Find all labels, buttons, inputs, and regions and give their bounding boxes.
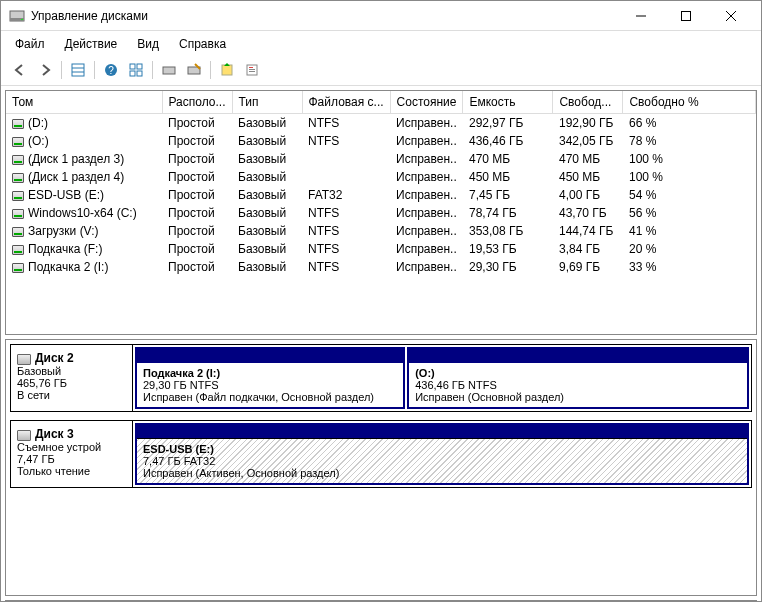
svg-point-2 — [21, 18, 23, 20]
menu-view[interactable]: Вид — [131, 35, 165, 53]
help-button[interactable]: ? — [100, 59, 122, 81]
volume-table: Том Располо... Тип Файловая с... Состоян… — [6, 91, 756, 276]
disk-settings-button[interactable] — [183, 59, 205, 81]
partition[interactable]: ESD-USB (E:) 7,47 ГБ FAT32 Исправен (Акт… — [135, 423, 749, 485]
col-fs[interactable]: Файловая с... — [302, 91, 390, 114]
table-row[interactable]: (Диск 1 раздел 4)ПростойБазовыйИсправен.… — [6, 168, 756, 186]
table-row[interactable]: Подкачка (F:)ПростойБазовыйNTFSИсправен.… — [6, 240, 756, 258]
svg-rect-4 — [681, 11, 690, 20]
table-row[interactable]: (O:)ПростойБазовыйNTFSИсправен..436,46 Г… — [6, 132, 756, 150]
svg-text:?: ? — [108, 65, 114, 76]
view-list-button[interactable] — [67, 59, 89, 81]
col-pctfree[interactable]: Свободно % — [623, 91, 756, 114]
disk-icon — [17, 354, 31, 365]
toolbar: ? — [1, 57, 761, 86]
partition[interactable]: Подкачка 2 (I:) 29,30 ГБ NTFS Исправен (… — [135, 347, 405, 409]
svg-rect-15 — [137, 71, 142, 76]
menu-action[interactable]: Действие — [59, 35, 124, 53]
partition-size: 29,30 ГБ NTFS — [143, 379, 397, 391]
titlebar[interactable]: Управление дисками — [1, 1, 761, 31]
disk-label[interactable]: Диск 3 Съемное устрой 7,47 ГБ Только чте… — [11, 421, 133, 487]
volume-icon — [12, 263, 24, 273]
svg-rect-13 — [137, 64, 142, 69]
properties-button[interactable] — [241, 59, 263, 81]
partition-strip — [137, 349, 403, 363]
disk-map-pane[interactable]: Диск 2 Базовый 465,76 ГБ В сети Подкачка… — [5, 339, 757, 596]
partition-status: Исправен (Активен, Основной раздел) — [143, 467, 741, 479]
partition-strip — [409, 349, 747, 363]
svg-rect-16 — [163, 67, 175, 74]
table-row[interactable]: (D:)ПростойБазовыйNTFSИсправен..292,97 Г… — [6, 114, 756, 133]
separator — [210, 61, 211, 79]
disk-name: Диск 3 — [35, 427, 74, 441]
menu-file[interactable]: Файл — [9, 35, 51, 53]
window-title: Управление дисками — [31, 9, 618, 23]
col-type[interactable]: Тип — [232, 91, 302, 114]
partition-title: Подкачка 2 (I:) — [143, 367, 397, 379]
disk-size: 465,76 ГБ — [17, 377, 67, 389]
disk-row-3[interactable]: Диск 3 Съемное устрой 7,47 ГБ Только чте… — [10, 420, 752, 488]
svg-rect-14 — [130, 71, 135, 76]
disk-status: В сети — [17, 389, 50, 401]
col-capacity[interactable]: Емкость — [463, 91, 553, 114]
volume-icon — [12, 119, 24, 129]
disk-icon — [17, 430, 31, 441]
disk-type: Базовый — [17, 365, 61, 377]
close-button[interactable] — [708, 2, 753, 30]
disk-row-2[interactable]: Диск 2 Базовый 465,76 ГБ В сети Подкачка… — [10, 344, 752, 412]
separator — [94, 61, 95, 79]
col-free[interactable]: Свобод... — [553, 91, 623, 114]
menubar: Файл Действие Вид Справка — [1, 31, 761, 57]
disk-icon-button[interactable] — [158, 59, 180, 81]
table-row[interactable]: Загрузки (V:)ПростойБазовыйNTFSИсправен.… — [6, 222, 756, 240]
menu-help[interactable]: Справка — [173, 35, 232, 53]
table-row[interactable]: Windows10-x64 (C:)ПростойБазовыйNTFSИспр… — [6, 204, 756, 222]
app-icon — [9, 8, 25, 24]
volume-icon — [12, 227, 24, 237]
partition-title: (O:) — [415, 367, 741, 379]
partition-title: ESD-USB (E:) — [143, 443, 741, 455]
partition[interactable]: (O:) 436,46 ГБ NTFS Исправен (Основной р… — [407, 347, 749, 409]
col-volume[interactable]: Том — [6, 91, 162, 114]
partition-size: 436,46 ГБ NTFS — [415, 379, 741, 391]
volume-list-pane[interactable]: Том Располо... Тип Файловая с... Состоян… — [5, 90, 757, 335]
maximize-button[interactable] — [663, 2, 708, 30]
refresh-button[interactable] — [216, 59, 238, 81]
volume-icon — [12, 137, 24, 147]
volume-icon — [12, 209, 24, 219]
col-status[interactable]: Состояние — [390, 91, 463, 114]
volume-icon — [12, 191, 24, 201]
volume-icon — [12, 245, 24, 255]
back-button[interactable] — [9, 59, 31, 81]
svg-rect-7 — [72, 64, 84, 76]
forward-button[interactable] — [34, 59, 56, 81]
disk-label[interactable]: Диск 2 Базовый 465,76 ГБ В сети — [11, 345, 133, 411]
disk-size: 7,47 ГБ — [17, 453, 55, 465]
table-row[interactable]: ESD-USB (E:)ПростойБазовыйFAT32Исправен.… — [6, 186, 756, 204]
grid-button[interactable] — [125, 59, 147, 81]
partition-status: Исправен (Файл подкачки, Основной раздел… — [143, 391, 397, 403]
svg-rect-23 — [249, 71, 255, 72]
minimize-button[interactable] — [618, 2, 663, 30]
disk-status: Только чтение — [17, 465, 90, 477]
volume-icon — [12, 173, 24, 183]
separator — [152, 61, 153, 79]
separator — [61, 61, 62, 79]
volume-icon — [12, 155, 24, 165]
partition-status: Исправен (Основной раздел) — [415, 391, 741, 403]
partition-size: 7,47 ГБ FAT32 — [143, 455, 741, 467]
col-layout[interactable]: Располо... — [162, 91, 232, 114]
disk-type: Съемное устрой — [17, 441, 101, 453]
partition-strip — [137, 425, 747, 439]
svg-rect-19 — [222, 65, 232, 75]
svg-rect-12 — [130, 64, 135, 69]
svg-rect-22 — [249, 69, 255, 70]
svg-rect-21 — [249, 67, 253, 68]
table-row[interactable]: (Диск 1 раздел 3)ПростойБазовыйИсправен.… — [6, 150, 756, 168]
disk-name: Диск 2 — [35, 351, 74, 365]
table-row[interactable]: Подкачка 2 (I:)ПростойБазовыйNTFSИсправе… — [6, 258, 756, 276]
